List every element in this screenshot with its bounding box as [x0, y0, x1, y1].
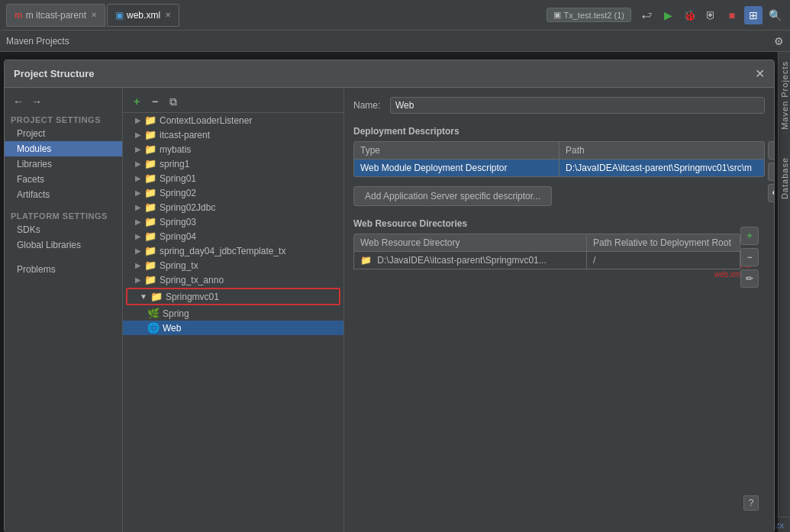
deployment-row-0[interactable]: Web Module Deployment Descriptor D:\Java… — [354, 160, 764, 176]
nav-back-btn[interactable]: ← — [11, 94, 26, 109]
nav-forward-btn[interactable]: → — [29, 94, 44, 109]
tree-item-web[interactable]: 🌐 Web — [123, 321, 343, 335]
td-type: Web Module Deployment Descriptor — [354, 160, 559, 176]
structure-icon[interactable]: ⊞ — [744, 6, 763, 24]
sidebar-item-modules[interactable]: Modules — [5, 141, 122, 156]
deployment-descriptors-title: Deployment Descriptors — [353, 126, 765, 137]
spring-icon: 🌿 — [147, 308, 160, 319]
tree-item-spring-day04[interactable]: ▶ 📁 spring_day04_jdbcTemplate_tx — [123, 243, 343, 258]
dialog-title: Project Structure — [14, 68, 94, 79]
sidebar-artifacts-label: Artifacts — [17, 189, 50, 200]
tree-item-spring02jdbc[interactable]: ▶ 📁 Spring02Jdbc — [123, 200, 343, 214]
wr-add-btn[interactable]: + — [740, 227, 759, 245]
sidebar-global-libraries-label: Global Libraries — [17, 240, 81, 250]
help-button[interactable]: ? — [743, 495, 759, 511]
name-input[interactable] — [390, 97, 765, 114]
sidebar-project-label: Project — [17, 128, 45, 139]
folder-icon: 📁 — [144, 114, 156, 126]
tree-label: Spring_tx_anno — [160, 275, 224, 285]
arrow-icon: ▶ — [135, 160, 141, 168]
sidebar-item-global-libraries[interactable]: Global Libraries — [5, 237, 122, 253]
wr-th-path: Path Relative to Deployment Root — [587, 234, 740, 251]
wr-edit-btn[interactable]: ✏ — [740, 269, 759, 288]
arrow-icon: ▶ — [135, 203, 141, 211]
sidebar-item-libraries[interactable]: Libraries — [5, 156, 122, 172]
sidebar-item-problems[interactable]: Problems — [5, 262, 122, 277]
springmvc01-container: ▼ 📁 Springmvc01 — [126, 288, 340, 305]
database-tab[interactable]: Database — [779, 151, 791, 205]
tree-item-spring[interactable]: 🌿 Spring — [123, 306, 343, 321]
add-app-server-descriptor-btn[interactable]: Add Application Server specific descript… — [353, 186, 552, 206]
dialog-close-button[interactable]: ✕ — [755, 66, 765, 81]
wr-table-wrapper: Web Resource Directory Path Relative to … — [353, 234, 765, 269]
platform-settings-header: Platform Settings — [5, 208, 122, 222]
arrow-icon: ▶ — [135, 247, 141, 255]
tree-toolbar: + − ⧉ — [123, 91, 343, 113]
tree-panel: + − ⧉ ▶ 📁 ContextLoaderListener ▶ 📁 itca… — [123, 88, 344, 532]
wr-remove-btn[interactable]: − — [740, 248, 759, 266]
stop-icon[interactable]: ■ — [723, 6, 741, 24]
gear-icon[interactable]: ⚙ — [774, 35, 784, 47]
run-config-label: Tx_test.test2 (1) — [564, 11, 624, 20]
tab-itcast-parent[interactable]: m m itcast-parent ✕ — [6, 4, 105, 27]
wr-dir-label: D:\JavaIDEA\itcast-parent\Springmvc01... — [377, 255, 546, 266]
web-icon: 🌐 — [147, 322, 160, 334]
tree-item-spring-tx-anno[interactable]: ▶ 📁 Spring_tx_anno — [123, 272, 343, 287]
folder-icon: 📁 — [144, 143, 156, 155]
wr-row-0[interactable]: 📁 D:\JavaIDEA\itcast-parent\Springmvc01.… — [353, 252, 740, 269]
dialog-overlay: Project Structure ✕ ← → Project Settings… — [0, 52, 778, 532]
search-icon[interactable]: 🔍 — [766, 6, 784, 24]
tree-item-spring01[interactable]: ▶ 📁 Spring01 — [123, 171, 343, 185]
tree-item-contextloaderlistener[interactable]: ▶ 📁 ContextLoaderListener — [123, 113, 343, 127]
tree-remove-btn[interactable]: − — [147, 94, 163, 109]
add-descriptor-btn[interactable]: + — [768, 141, 774, 160]
arrow-icon: ▶ — [135, 276, 141, 284]
tree-item-spring-tx[interactable]: ▶ 📁 Spring_tx — [123, 258, 343, 272]
tab-close-icon[interactable]: ✕ — [91, 11, 97, 19]
tab-m-icon: m — [15, 10, 23, 21]
tree-label: ContextLoaderListener — [160, 115, 252, 126]
coverage-icon[interactable]: ⛨ — [701, 6, 720, 24]
sidebar-item-sdks[interactable]: SDKs — [5, 222, 122, 237]
wr-th-dir: Web Resource Directory — [354, 234, 587, 251]
td-path: D:\JavaIDEA\itcast-parent\Springmvc01\sr… — [559, 160, 764, 176]
sidebar-item-project[interactable]: Project — [5, 126, 122, 141]
deployment-table: Type Path Web Module Deployment Descript… — [353, 141, 765, 177]
tree-item-spring04[interactable]: ▶ 📁 Spring04 — [123, 229, 343, 243]
tab-webxml-close-icon[interactable]: ✕ — [165, 11, 171, 19]
tree-label: Spring04 — [160, 231, 196, 242]
arrow-icon: ▶ — [135, 189, 141, 197]
tree-label: spring_day04_jdbcTemplate_tx — [160, 246, 285, 256]
remove-descriptor-btn[interactable]: − — [768, 163, 774, 181]
sidebar-nav: ← → — [5, 91, 122, 112]
tree-add-btn[interactable]: + — [129, 94, 144, 109]
sidebar-item-artifacts[interactable]: Artifacts — [5, 187, 122, 202]
second-toolbar: Maven Projects ⚙ — [0, 31, 790, 52]
tree-item-spring03[interactable]: ▶ 📁 Spring03 — [123, 214, 343, 229]
tree-item-springmvc01[interactable]: ▼ 📁 Springmvc01 — [127, 289, 339, 304]
tree-label: Spring — [163, 308, 189, 319]
tree-copy-btn[interactable]: ⧉ — [166, 94, 181, 109]
sidebar-item-facets[interactable]: Facets — [5, 172, 122, 187]
tree-item-mybatis[interactable]: ▶ 📁 mybatis — [123, 142, 343, 156]
tree-label: Spring02 — [160, 188, 196, 198]
dialog-header: Project Structure ✕ — [5, 60, 774, 88]
tree-label: mybatis — [160, 144, 191, 155]
tree-item-spring1[interactable]: ▶ 📁 spring1 — [123, 156, 343, 171]
run-icon[interactable]: ▶ — [659, 6, 677, 24]
folder-icon: 📁 — [144, 172, 156, 184]
debug-icon[interactable]: 🐞 — [680, 6, 698, 24]
folder-icon: 📁 — [144, 274, 156, 285]
folder-icon: 📁 — [150, 291, 163, 302]
run-config-icon: ▣ — [553, 10, 561, 20]
project-settings-header: Project Settings — [5, 112, 122, 126]
table-side-buttons: + − ✏ — [768, 141, 774, 202]
edit-descriptor-btn[interactable]: ✏ — [768, 184, 774, 202]
tree-item-itcast-parent[interactable]: ▶ 📁 itcast-parent — [123, 127, 343, 142]
arrow-icon: ▶ — [135, 174, 141, 182]
tab-webxml[interactable]: ▣ web.xml ✕ — [107, 4, 179, 27]
tree-item-spring02[interactable]: ▶ 📁 Spring02 — [123, 185, 343, 200]
maven-projects-tab[interactable]: Maven Projects — [779, 55, 791, 136]
arrow-icon: ▶ — [135, 232, 141, 240]
back-icon[interactable]: ⮐ — [637, 6, 656, 24]
